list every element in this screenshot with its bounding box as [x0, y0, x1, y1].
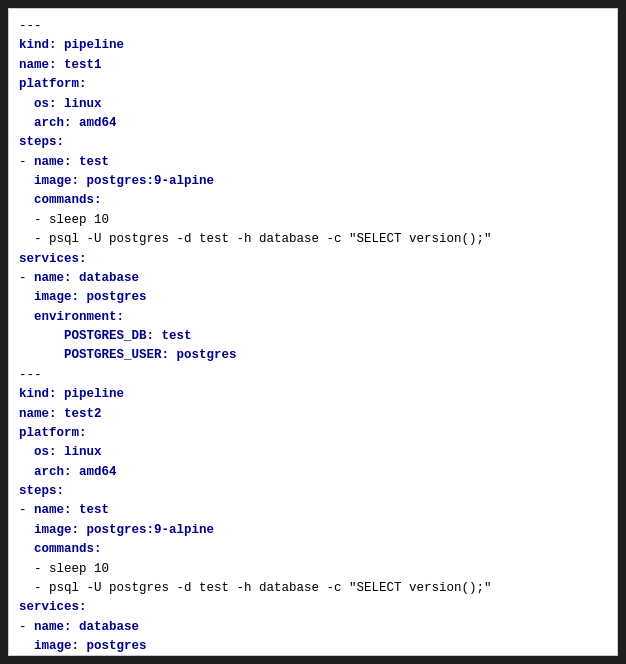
code-line: name: test2 — [19, 405, 607, 424]
code-line: commands: — [19, 191, 607, 210]
code-line: kind: pipeline — [19, 385, 607, 404]
code-line: - name: test — [19, 501, 607, 520]
code-line: - psql -U postgres -d test -h database -… — [19, 230, 607, 249]
code-line: --- — [19, 17, 607, 36]
code-line: POSTGRES_USER: postgres — [19, 346, 607, 365]
code-line: image: postgres — [19, 637, 607, 656]
code-line: - name: test — [19, 153, 607, 172]
code-line: - name: database — [19, 269, 607, 288]
code-line: image: postgres:9-alpine — [19, 172, 607, 191]
code-line: name: test1 — [19, 56, 607, 75]
code-line: image: postgres:9-alpine — [19, 521, 607, 540]
code-line: - psql -U postgres -d test -h database -… — [19, 579, 607, 598]
code-line: image: postgres — [19, 288, 607, 307]
code-line: - sleep 10 — [19, 560, 607, 579]
code-line: environment: — [19, 308, 607, 327]
code-line: os: linux — [19, 443, 607, 462]
code-content: ---kind: pipelinename: test1platform: os… — [19, 17, 607, 656]
code-line: services: — [19, 250, 607, 269]
code-line: services: — [19, 598, 607, 617]
code-line: platform: — [19, 424, 607, 443]
code-line: arch: amd64 — [19, 114, 607, 133]
code-editor[interactable]: ---kind: pipelinename: test1platform: os… — [8, 8, 618, 656]
code-line: arch: amd64 — [19, 463, 607, 482]
code-line: os: linux — [19, 95, 607, 114]
code-line: --- — [19, 366, 607, 385]
code-line: POSTGRES_DB: test — [19, 327, 607, 346]
code-line: steps: — [19, 133, 607, 152]
code-line: platform: — [19, 75, 607, 94]
code-line: - sleep 10 — [19, 211, 607, 230]
code-line: - name: database — [19, 618, 607, 637]
code-line: kind: pipeline — [19, 36, 607, 55]
code-line: commands: — [19, 540, 607, 559]
code-line: steps: — [19, 482, 607, 501]
